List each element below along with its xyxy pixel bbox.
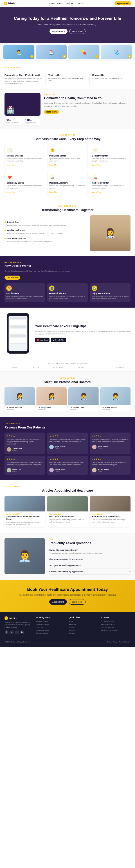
- how-get-started-button[interactable]: Get Started: [4, 276, 20, 280]
- footer-link-0-4[interactable]: Sunday: Closed: [36, 632, 65, 634]
- screen-row-1: [10, 317, 26, 319]
- personalized-title: Personalized Care, Perfect Health: [4, 74, 43, 76]
- review-card-5: ★★★★★ Quality offering solutions to all …: [90, 456, 131, 475]
- footer-col-0: Working Hours Monday - Friday 8:00am - 5…: [36, 616, 65, 635]
- googleplay-button[interactable]: ▶ Google Play: [51, 338, 66, 342]
- footer-link-1-3[interactable]: Doctors: [69, 629, 98, 631]
- learn-more-5[interactable]: Learn More: [92, 191, 101, 193]
- service-icon-pediatrics: 👶: [49, 147, 55, 153]
- footer-link-0-2[interactable]: Saturday: [36, 626, 65, 628]
- social-facebook[interactable]: f: [4, 630, 8, 634]
- doctor-spec-0: Cardiologist: [6, 409, 33, 410]
- footer-link-0-3[interactable]: 9:00am - 2:00pm: [36, 629, 65, 631]
- screen-card-3: [10, 338, 26, 343]
- transform-title-2: 24/7 Nurse Support: [7, 237, 26, 240]
- learn-more-0[interactable]: Learn More: [6, 164, 15, 166]
- nav-about[interactable]: About: [57, 2, 62, 4]
- footer-link-1-0[interactable]: Home: [69, 620, 98, 622]
- reviewer-info-3: David Lee Patient: [12, 468, 21, 472]
- app-content: Your Healthcare at Your Fingertips Downl…: [35, 324, 131, 342]
- how-label: HOW IT WORKS: [4, 261, 131, 263]
- faq-q-text-0: How do I book an appointment?: [49, 549, 78, 551]
- faq-question-0[interactable]: How do I book an appointment? +: [49, 549, 131, 551]
- hero-img-badge-4: ★: [128, 55, 131, 58]
- faq-question-1[interactable]: What insurance plans do you accept? +: [49, 558, 131, 560]
- brands-label: TRUSTED BY MORE THAN 15,000+ BUSINESSES: [4, 363, 131, 365]
- col-divider-2: [89, 74, 90, 85]
- logo[interactable]: + iMedico: [4, 2, 17, 5]
- review-card-4: ★★★★★ Getting a Perfect Healthcare exper…: [47, 456, 88, 475]
- footer-link-1-4[interactable]: Contact: [69, 632, 98, 634]
- article-date-0: January 15, 2024: [6, 513, 43, 515]
- footer-link-2-2[interactable]: 123 Medical Drive: [101, 626, 131, 628]
- appointment-button[interactable]: Appointment: [115, 1, 132, 5]
- learn-more-1[interactable]: Learn More: [49, 164, 58, 166]
- reviewer-info-1: John Brown Patient: [55, 445, 65, 449]
- phone-device: [7, 313, 29, 353]
- footer-link-2-0[interactable]: +1 (800) 123-4567: [101, 620, 131, 622]
- services-label: OUR SERVICES: [4, 134, 131, 136]
- doctor-info-1: Dr. Emily Davis Pediatrician: [37, 405, 66, 411]
- footer-terms[interactable]: Terms of Service: [119, 641, 131, 643]
- learn-more-2[interactable]: Learn More: [92, 164, 101, 166]
- faq-q-text-3: How can I reschedule my appointment?: [49, 570, 85, 572]
- committed-read-more[interactable]: Read More: [44, 110, 59, 114]
- footer-bottom-links: Privacy Policy Terms of Service: [107, 641, 131, 643]
- hero-learn-more-button[interactable]: Learn More: [69, 29, 86, 34]
- faq-question-3[interactable]: How can I reschedule my appointment? +: [49, 570, 131, 572]
- doctor-card-3: 👨‍⚕️ Dr. James Wilson Neurologist: [100, 387, 131, 411]
- cta-section: Book Your Healthcare Appointment Today T…: [0, 580, 135, 612]
- reviewer-info-5: Robert Taylor Patient: [98, 468, 109, 472]
- transform-dot-2: [4, 238, 6, 239]
- review-stars-1: ★★★★★: [49, 435, 86, 437]
- social-twitter[interactable]: t: [10, 630, 14, 634]
- hero-appointment-button[interactable]: Appointment: [49, 29, 68, 34]
- cta-learn-more-button[interactable]: Learn More: [69, 599, 86, 604]
- how-step-title-1: Personalized Care: [49, 292, 86, 294]
- learn-more-3[interactable]: Learn More: [6, 191, 15, 193]
- footer-link-2-3[interactable]: New York, NY 10001: [101, 629, 131, 631]
- footer-link-2-1[interactable]: info@imedico.com: [101, 623, 131, 625]
- learn-more-4[interactable]: Learn More: [49, 191, 58, 193]
- transform-desc-2: Round-the-clock nursing support availabl…: [4, 240, 86, 243]
- screen-card-2: [10, 329, 26, 334]
- transforming-section: WHY CHOOSE US Transforming Healthcare, T…: [0, 200, 135, 256]
- doctor-info-0: Dr. Sarah Johnson Cardiologist: [4, 405, 35, 411]
- doctors-title: Meet Our Professional Doctors: [4, 380, 131, 384]
- social-linkedin[interactable]: in: [20, 630, 24, 634]
- nav-services[interactable]: Services: [65, 2, 73, 4]
- service-title-0: Medical Checkup: [6, 155, 43, 157]
- footer-link-0-0[interactable]: Monday - Friday: [36, 620, 65, 622]
- nav-home[interactable]: Home: [49, 2, 54, 4]
- reviewer-role-2: Patient: [98, 447, 108, 449]
- reviewer-name-1: John Brown: [55, 445, 65, 447]
- article-card-0: January 15, 2024 Advancements in Health …: [4, 496, 45, 527]
- app-download-buttons: 🍎 App Store ▶ Google Play: [35, 338, 131, 342]
- footer-privacy[interactable]: Privacy Policy: [107, 641, 117, 643]
- review-stars-5: ★★★★★: [92, 458, 128, 460]
- faq-question-2[interactable]: Can I get a same-day appointment? +: [49, 564, 131, 566]
- doctor-spec-1: Pediatrician: [38, 409, 65, 410]
- articles-section: LATEST NEWS Articles About Medical Healt…: [0, 480, 135, 533]
- social-instagram[interactable]: i: [15, 630, 19, 634]
- transform-title-0: Patient Care: [7, 221, 19, 223]
- header: + iMedico Home About Services Doctors Ap…: [0, 0, 135, 7]
- appstore-button[interactable]: 🍎 App Store: [35, 338, 49, 342]
- footer-copyright: © 2024 iMedico. All Rights Reserved.: [4, 641, 31, 643]
- doctor-name-0: Dr. Sarah Johnson: [6, 407, 33, 409]
- reviewer-name-4: Susan Miller: [55, 468, 65, 470]
- transforming-image: 👩‍⚕️: [90, 215, 131, 251]
- footer-links: Working Hours Monday - Friday 8:00am - 5…: [36, 616, 131, 635]
- nav-doctors[interactable]: Doctors: [76, 2, 83, 4]
- cta-appointment-button[interactable]: Appointment: [49, 599, 67, 604]
- footer-link-1-2[interactable]: Services: [69, 626, 98, 628]
- footer-link-1-1[interactable]: About Us: [69, 623, 98, 625]
- footer-link-0-1[interactable]: 8:00am - 5:00pm: [36, 623, 65, 625]
- hero-img-placeholder-3: 💊: [68, 45, 99, 59]
- services-grid: 🩺 Medical Checkup Comprehensive health a…: [4, 144, 131, 196]
- how-title: How Does It Works: [4, 264, 131, 268]
- review-stars-0: ★★★★★: [7, 435, 43, 437]
- review-card-2: ★★★★★ Transforming Healthcare, Together.…: [90, 433, 131, 454]
- doctor-name-1: Dr. Emily Davis: [38, 407, 65, 409]
- article-date-2: March 22, 2024: [92, 513, 129, 515]
